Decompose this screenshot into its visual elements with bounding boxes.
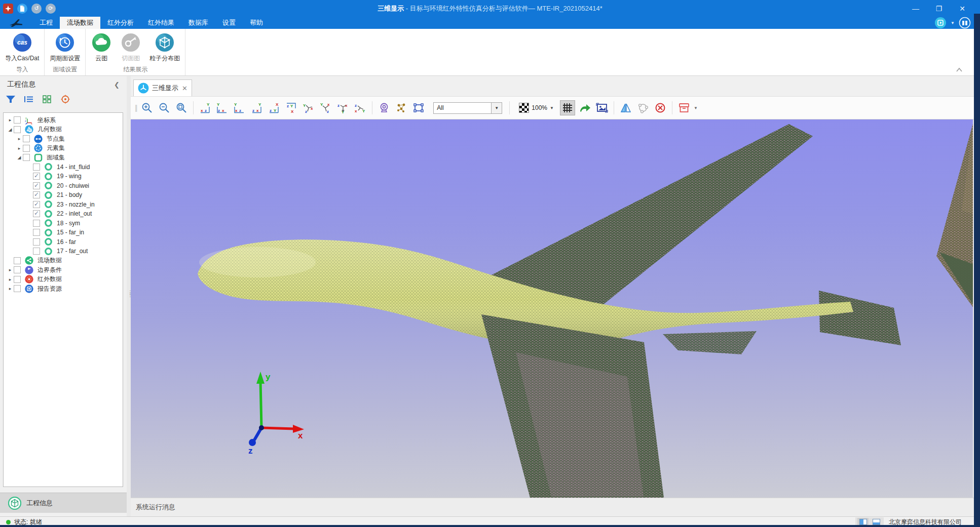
tree-checkbox[interactable] <box>14 116 21 124</box>
tree-checkbox[interactable] <box>33 182 40 189</box>
tree-checkbox[interactable] <box>14 266 21 273</box>
tree-checkbox[interactable] <box>14 285 21 292</box>
mesh-display-toggle[interactable] <box>560 100 575 115</box>
ribbon-button-periodic-face[interactable]: 周期面设置 <box>46 32 84 63</box>
tree-item[interactable]: ▸报告资源 <box>4 284 123 294</box>
tree-checkbox[interactable] <box>14 257 21 264</box>
ribbon-collapse-icon[interactable] <box>956 66 963 73</box>
theme-caret-icon[interactable]: ▼ <box>951 21 955 25</box>
ribbon-button-particle-map[interactable]: 粒子分布图 <box>145 32 184 63</box>
tree-item[interactable]: 15 - far_in <box>4 228 123 237</box>
tree-checkbox[interactable] <box>33 201 40 208</box>
section-box-caret-icon[interactable]: ▼ <box>694 106 698 110</box>
tree-checkbox[interactable] <box>33 238 40 246</box>
tree-checkbox[interactable] <box>33 248 40 255</box>
tab-3d-display[interactable]: 三维显示 ✕ <box>133 79 192 96</box>
tree-item[interactable]: ▸红外数据 <box>4 275 123 285</box>
zoom-out-icon[interactable] <box>157 100 172 115</box>
tree-checkbox[interactable] <box>33 229 40 236</box>
tree-item[interactable]: 19 - wing <box>4 172 123 181</box>
tree-item[interactable]: ▸yxz坐标系 <box>4 115 123 125</box>
menu-item-4[interactable]: 数据库 <box>181 17 215 29</box>
new-file-icon[interactable] <box>17 4 27 14</box>
view-top-icon[interactable]: zYX <box>267 100 282 115</box>
expand-open-icon[interactable]: ◢ <box>16 155 23 160</box>
ribbon-button-cloud-map[interactable]: 云图 <box>87 32 116 63</box>
tree-item[interactable]: 21 - body <box>4 190 123 200</box>
zoom-in-icon[interactable] <box>139 100 155 115</box>
tree-checkbox[interactable] <box>33 191 40 198</box>
toolbar-drag-handle[interactable]: || <box>135 104 136 112</box>
tree-item[interactable]: ▸元素集 <box>4 144 123 153</box>
ribbon-button-cas-import[interactable]: cas导入Cas/Dat <box>1 32 43 63</box>
tree-checkbox[interactable] <box>33 173 40 180</box>
menu-item-5[interactable]: 设置 <box>215 17 243 29</box>
locate-target-icon[interactable] <box>60 94 71 104</box>
menu-item-1[interactable]: 流场数据 <box>60 17 100 29</box>
view-iso-2-icon[interactable]: Yxz <box>318 100 333 115</box>
tree-checkbox[interactable] <box>23 154 30 161</box>
view-right-icon[interactable]: zxY <box>249 100 265 115</box>
rect-select-icon[interactable] <box>411 100 426 115</box>
tree-item[interactable]: 23 - nozzle_in <box>4 200 123 210</box>
tree-item[interactable]: 14 - int_fluid <box>4 163 123 172</box>
undo-icon[interactable]: ↺ <box>31 4 42 14</box>
panel-collapse-icon[interactable]: ❮ <box>114 81 120 89</box>
tree-item[interactable]: 流场数据 <box>4 256 123 266</box>
panel-splitter[interactable]: ⋮⋮ <box>127 76 131 516</box>
tree-checkbox[interactable] <box>23 135 30 142</box>
redo-icon[interactable]: ⟳ <box>46 4 56 14</box>
tree-checkbox[interactable] <box>33 220 40 227</box>
display-filter-combo[interactable]: All ▼ <box>433 102 502 114</box>
opacity-caret-icon[interactable]: ▼ <box>550 106 554 110</box>
view-bottom-icon[interactable]: zYX <box>284 100 299 115</box>
view-left-icon[interactable]: xzY <box>232 100 247 115</box>
help-book-icon[interactable] <box>959 17 971 29</box>
expand-open-icon[interactable]: ◢ <box>7 127 14 132</box>
expand-closed-icon[interactable]: ▸ <box>7 267 14 272</box>
tree-checkbox[interactable] <box>14 276 21 283</box>
close-button[interactable]: ✕ <box>951 0 974 17</box>
expand-closed-icon[interactable]: ▸ <box>16 146 23 151</box>
viewport-3d[interactable]: y x z <box>131 119 973 498</box>
section-box-icon[interactable] <box>676 100 692 115</box>
list-view-icon[interactable] <box>23 94 34 104</box>
combo-dropdown-icon[interactable]: ▼ <box>491 103 502 113</box>
filter-icon[interactable] <box>5 94 16 104</box>
tab-close-icon[interactable]: ✕ <box>182 85 187 92</box>
system-message-bar[interactable]: 系统运行消息 <box>131 498 974 516</box>
zoom-fit-icon[interactable] <box>174 100 189 115</box>
tree-checkbox[interactable] <box>33 164 40 171</box>
tree-item[interactable]: ▸节点集 <box>4 134 123 144</box>
mirror-icon[interactable] <box>618 100 633 115</box>
tree-item[interactable]: 22 - inlet_out <box>4 209 123 219</box>
tree-checkbox[interactable] <box>33 210 40 217</box>
expand-closed-icon[interactable]: ▸ <box>7 286 14 291</box>
flythrough-arrow-icon[interactable] <box>577 100 592 115</box>
tree-checkbox[interactable] <box>14 126 21 133</box>
view-back-icon[interactable]: zxY <box>215 100 230 115</box>
tree-item[interactable]: ◢几何数据 <box>4 125 123 135</box>
tree-item[interactable]: 18 - sym <box>4 219 123 228</box>
expand-closed-icon[interactable]: ▸ <box>7 277 14 282</box>
snapshot-icon[interactable] <box>594 100 610 115</box>
project-panel-footer[interactable]: 工程信息 <box>0 493 127 513</box>
theme-icon[interactable] <box>934 17 947 29</box>
view-iso-4-icon[interactable]: zYx <box>353 100 368 115</box>
restore-button[interactable]: ❐ <box>927 0 951 17</box>
tree-item[interactable]: 20 - chuiwei <box>4 181 123 191</box>
tree-item[interactable]: 17 - far_out <box>4 247 123 256</box>
tree-item[interactable]: ◢面域集 <box>4 153 123 163</box>
clear-view-icon[interactable] <box>653 100 668 115</box>
surface-sphere-icon[interactable] <box>635 100 651 115</box>
minimize-button[interactable]: — <box>904 0 927 17</box>
grid-view-icon[interactable] <box>42 94 53 104</box>
view-front-icon[interactable]: xzY <box>198 100 213 115</box>
tree-item[interactable]: 16 - far <box>4 237 123 247</box>
particles-icon[interactable] <box>394 100 409 115</box>
menu-item-0[interactable]: 工程 <box>32 17 60 29</box>
opacity-control[interactable]: 100% ▼ <box>519 103 554 113</box>
tree-item[interactable]: ▸边界条件 <box>4 265 123 275</box>
view-iso-3-icon[interactable]: zxY <box>335 100 351 115</box>
menu-item-6[interactable]: 帮助 <box>243 17 270 29</box>
